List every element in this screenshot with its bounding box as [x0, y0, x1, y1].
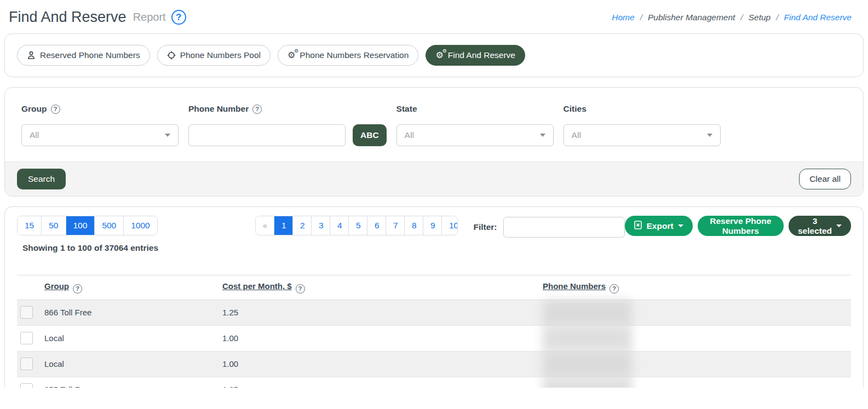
- table-filter-label: Filter:: [473, 222, 497, 232]
- pagination-page-1[interactable]: 1: [274, 216, 293, 235]
- pagination: « 1 2 3 4 5 6 7 8 9 10 »: [255, 216, 458, 235]
- page-help-icon[interactable]: ?: [171, 10, 186, 25]
- table-row: 855 Toll Free 1.25: [17, 377, 851, 388]
- phone-number-help-icon[interactable]: ?: [252, 105, 262, 114]
- selected-dropdown-button[interactable]: 3 selected: [789, 216, 851, 236]
- page-size-500[interactable]: 500: [95, 216, 124, 235]
- state-select-value: All: [405, 130, 414, 140]
- breadcrumb-separator: /: [776, 13, 778, 22]
- search-button[interactable]: Search: [17, 169, 66, 189]
- filter-card: Group? All Phone Number? ABC State All C…: [4, 87, 864, 197]
- pagination-page-7[interactable]: 7: [386, 216, 405, 235]
- group-column-help-icon[interactable]: ?: [73, 284, 82, 293]
- cities-filter: Cities All: [564, 104, 721, 146]
- pagination-page-5[interactable]: 5: [349, 216, 367, 235]
- group-select[interactable]: All: [21, 124, 179, 146]
- pagination-prev[interactable]: «: [256, 216, 274, 235]
- gears-icon: ⚙⚙: [435, 51, 443, 60]
- tab-find-and-reserve[interactable]: ⚙⚙ Find And Reserve: [426, 45, 525, 66]
- table-row: 866 Toll Free 1.25: [17, 299, 851, 325]
- phone-number-filter-label: Phone Number: [188, 104, 249, 114]
- breadcrumb-setup: Setup: [749, 13, 771, 22]
- cell-cost: 1.25: [222, 377, 543, 388]
- abc-button[interactable]: ABC: [353, 124, 387, 146]
- pagination-page-6[interactable]: 6: [367, 216, 386, 235]
- table-toolbar: 15 50 100 500 1000 Showing 1 to 100 of 3…: [5, 216, 863, 253]
- user-icon: [27, 51, 36, 60]
- target-icon: [167, 51, 176, 60]
- tabs-card: Reserved Phone Numbers Phone Numbers Poo…: [4, 33, 864, 77]
- table-row: Local 1.00: [17, 351, 851, 377]
- group-help-icon[interactable]: ?: [51, 105, 60, 114]
- cities-filter-label: Cities: [564, 104, 587, 114]
- pagination-page-10[interactable]: 10: [442, 216, 458, 235]
- cell-group: 866 Toll Free: [44, 299, 222, 325]
- reserve-phone-numbers-button[interactable]: Reserve Phone Numbers: [698, 216, 784, 236]
- cell-cost: 1.00: [222, 351, 543, 377]
- export-button[interactable]: Export: [625, 216, 692, 236]
- tab-phone-numbers-pool[interactable]: Phone Numbers Pool: [157, 45, 271, 66]
- group-filter-label: Group: [21, 104, 47, 114]
- row-checkbox[interactable]: [20, 358, 33, 370]
- pagination-page-9[interactable]: 9: [423, 216, 442, 235]
- table-row: Local 1.00: [17, 325, 851, 351]
- phone-number-filter: Phone Number? ABC: [188, 104, 387, 146]
- tab-phone-numbers-reservation[interactable]: ⚙⚙ Phone Numbers Reservation: [278, 45, 418, 66]
- cell-group: Local: [44, 351, 222, 377]
- phone-numbers-table: Group? Cost per Month, $? Phone Numbers?…: [17, 275, 851, 388]
- tab-reserved-phone-numbers[interactable]: Reserved Phone Numbers: [17, 45, 150, 66]
- cell-group: Local: [44, 325, 222, 351]
- group-select-value: All: [30, 130, 39, 140]
- cell-cost: 1.25: [222, 299, 543, 325]
- redacted-phone-number: [543, 326, 632, 351]
- pagination-page-2[interactable]: 2: [293, 216, 312, 235]
- page-size-100[interactable]: 100: [66, 216, 95, 235]
- cell-group: 855 Toll Free: [44, 377, 222, 388]
- column-header-group[interactable]: Group: [44, 281, 69, 291]
- breadcrumb-home[interactable]: Home: [612, 13, 634, 22]
- row-checkbox[interactable]: [20, 332, 33, 344]
- redacted-phone-number: [543, 300, 632, 325]
- results-card: 15 50 100 500 1000 Showing 1 to 100 of 3…: [4, 206, 864, 388]
- tab-label: Phone Numbers Pool: [180, 50, 261, 60]
- cell-cost: 1.00: [222, 325, 543, 351]
- breadcrumb-separator: /: [740, 13, 743, 22]
- column-header-phone-numbers[interactable]: Phone Numbers: [543, 281, 606, 291]
- state-filter-label: State: [396, 104, 417, 114]
- page-title: Find And Reserve: [9, 9, 127, 26]
- breadcrumb-find-and-reserve[interactable]: Find And Reserve: [784, 13, 852, 22]
- table-header-row: Group? Cost per Month, $? Phone Numbers?: [17, 275, 851, 300]
- excel-file-icon: [634, 221, 642, 232]
- column-header-cost[interactable]: Cost per Month, $: [222, 281, 292, 291]
- tab-label: Phone Numbers Reservation: [300, 50, 409, 60]
- page-size-50[interactable]: 50: [42, 216, 66, 235]
- breadcrumb-publisher-management: Publisher Management: [648, 13, 735, 22]
- phone-numbers-column-help-icon[interactable]: ?: [610, 284, 619, 293]
- pagination-page-3[interactable]: 3: [312, 216, 330, 235]
- pagination-page-8[interactable]: 8: [405, 216, 423, 235]
- chevron-down-icon: [836, 224, 842, 227]
- page-header: Find And Reserve Report ? Home / Publish…: [0, 0, 868, 33]
- gears-icon: ⚙⚙: [288, 51, 295, 60]
- breadcrumb-separator: /: [640, 13, 642, 22]
- page-size-1000[interactable]: 1000: [124, 216, 157, 235]
- checkbox-column-header: [17, 275, 44, 300]
- pagination-page-4[interactable]: 4: [330, 216, 349, 235]
- clear-all-button[interactable]: Clear all: [799, 169, 851, 189]
- row-checkbox[interactable]: [20, 306, 33, 319]
- tab-label: Reserved Phone Numbers: [40, 50, 140, 60]
- chevron-down-icon: [165, 134, 170, 137]
- group-filter: Group? All: [21, 104, 179, 146]
- table-filter-input[interactable]: [503, 217, 625, 238]
- cities-select[interactable]: All: [564, 124, 721, 146]
- cost-column-help-icon[interactable]: ?: [296, 284, 305, 293]
- phone-number-input[interactable]: [188, 124, 346, 146]
- chevron-down-icon: [540, 134, 545, 137]
- page-size-group: 15 50 100 500 1000: [17, 216, 158, 235]
- page-size-15[interactable]: 15: [18, 216, 42, 235]
- chevron-down-icon: [707, 134, 712, 137]
- state-select[interactable]: All: [396, 124, 554, 146]
- filter-footer: Search Clear all: [5, 162, 863, 196]
- row-checkbox[interactable]: [20, 383, 33, 388]
- showing-entries-text: Showing 1 to 100 of 37064 entries: [22, 243, 227, 253]
